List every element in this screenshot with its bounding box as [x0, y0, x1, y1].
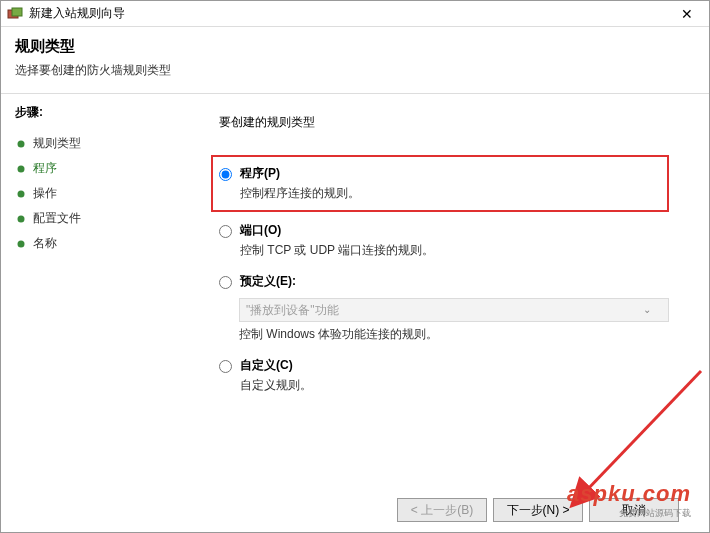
step-action[interactable]: 操作	[15, 181, 189, 206]
svg-point-4	[18, 190, 25, 197]
titlebar: 新建入站规则向导 ✕	[1, 1, 709, 27]
step-rule-type[interactable]: 规则类型	[15, 131, 189, 156]
wizard-body: 步骤: 规则类型 程序 操作 配置文件 名称 要创建的规则类型 程序(P)	[1, 94, 709, 493]
bullet-icon	[15, 188, 27, 200]
option-label: 程序(P)	[240, 165, 360, 182]
option-desc: 控制 TCP 或 UDP 端口连接的规则。	[240, 242, 434, 259]
option-program[interactable]: 程序(P) 控制程序连接的规则。	[211, 155, 669, 212]
step-label: 规则类型	[33, 135, 81, 152]
page-subtitle: 选择要创建的防火墙规则类型	[15, 62, 695, 79]
step-label: 操作	[33, 185, 57, 202]
wizard-footer: < 上一步(B) 下一步(N) > 取消	[1, 488, 709, 532]
step-label: 名称	[33, 235, 57, 252]
step-name[interactable]: 名称	[15, 231, 189, 256]
app-icon	[7, 6, 23, 22]
next-button[interactable]: 下一步(N) >	[493, 498, 583, 522]
radio-port[interactable]	[219, 225, 232, 238]
window-title: 新建入站规则向导	[29, 5, 667, 22]
option-label: 端口(O)	[240, 222, 434, 239]
page-title: 规则类型	[15, 37, 695, 56]
svg-point-6	[18, 240, 25, 247]
predefined-select[interactable]: "播放到设备"功能	[239, 298, 669, 322]
steps-label: 步骤:	[15, 104, 189, 121]
option-desc: 自定义规则。	[240, 377, 312, 394]
question-text: 要创建的规则类型	[219, 114, 669, 131]
option-desc: 控制程序连接的规则。	[240, 185, 360, 202]
svg-point-3	[18, 165, 25, 172]
bullet-icon	[15, 163, 27, 175]
radio-program[interactable]	[219, 168, 232, 181]
predefined-desc: 控制 Windows 体验功能连接的规则。	[239, 326, 669, 343]
wizard-header: 规则类型 选择要创建的防火墙规则类型	[1, 27, 709, 94]
bullet-icon	[15, 213, 27, 225]
step-program[interactable]: 程序	[15, 156, 189, 181]
close-button[interactable]: ✕	[667, 2, 707, 26]
step-label: 配置文件	[33, 210, 81, 227]
svg-point-2	[18, 140, 25, 147]
radio-custom[interactable]	[219, 360, 232, 373]
bullet-icon	[15, 238, 27, 250]
option-label: 预定义(E):	[240, 273, 296, 290]
step-label: 程序	[33, 160, 57, 177]
option-predefined[interactable]: 预定义(E):	[219, 273, 669, 290]
radio-predefined[interactable]	[219, 276, 232, 289]
back-button[interactable]: < 上一步(B)	[397, 498, 487, 522]
svg-point-5	[18, 215, 25, 222]
cancel-button[interactable]: 取消	[589, 498, 679, 522]
step-profile[interactable]: 配置文件	[15, 206, 189, 231]
content-pane: 要创建的规则类型 程序(P) 控制程序连接的规则。 端口(O) 控制 TCP 或…	[189, 94, 709, 493]
svg-rect-1	[12, 8, 22, 16]
option-label: 自定义(C)	[240, 357, 312, 374]
option-custom[interactable]: 自定义(C) 自定义规则。	[219, 357, 669, 394]
steps-sidebar: 步骤: 规则类型 程序 操作 配置文件 名称	[1, 94, 189, 493]
bullet-icon	[15, 138, 27, 150]
option-port[interactable]: 端口(O) 控制 TCP 或 UDP 端口连接的规则。	[219, 222, 669, 259]
predefined-select-wrap: "播放到设备"功能 ⌄	[219, 292, 669, 326]
